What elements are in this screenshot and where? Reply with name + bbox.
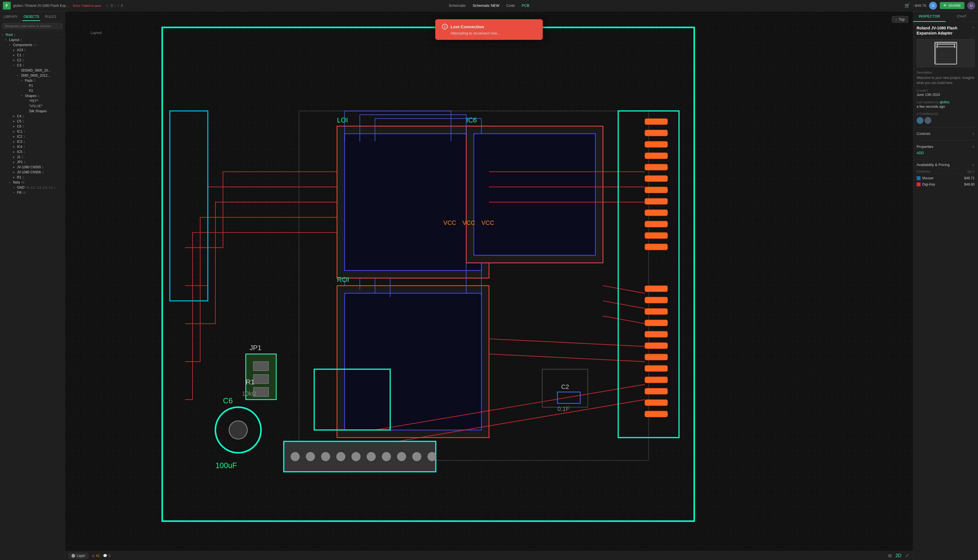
- nav-schematic[interactable]: Schematic: [446, 2, 469, 9]
- tree-ic2[interactable]: ▶ IC2 1: [0, 134, 65, 139]
- nav-pcb[interactable]: PCB: [519, 2, 532, 9]
- tree-c2[interactable]: ▶ C2 2: [0, 58, 65, 63]
- layer-circle-icon: [72, 554, 75, 557]
- tree-silk-shapes[interactable]: ▶ Silk Shapes: [0, 108, 65, 114]
- cart-icon[interactable]: 🛒: [905, 3, 910, 8]
- tree-count-shapes: 3: [38, 94, 39, 98]
- tree-label-nets: Nets: [13, 180, 20, 184]
- tree-c4[interactable]: ▶ C4 2: [0, 114, 65, 119]
- grid-view-button[interactable]: ⊞: [888, 552, 892, 559]
- tree-ic3[interactable]: ▶ IC3 1: [0, 139, 65, 144]
- layer-button[interactable]: Layer: [68, 553, 88, 559]
- pcb-thumb-inner: [935, 42, 957, 65]
- 2d-view-button[interactable]: 2D: [895, 553, 902, 559]
- tree-count-r1: 2: [22, 176, 24, 179]
- tree-count-c2: 2: [22, 58, 24, 62]
- message-badge[interactable]: 💬 0: [103, 554, 110, 558]
- tree-root[interactable]: ▾ Root 1 ···: [0, 32, 65, 37]
- tree-shapes[interactable]: ▾ Shapes 3: [0, 93, 65, 98]
- tree-fill[interactable]: ▾ Fill 18: [0, 190, 65, 195]
- nav-code[interactable]: Code: [504, 2, 518, 9]
- tree-c5[interactable]: ▶ C5 2: [0, 119, 65, 124]
- controls-header[interactable]: Controls ∨: [916, 130, 975, 137]
- tree-components[interactable]: ▾ Components 17: [0, 42, 65, 48]
- tree-r1[interactable]: ▶ R1 2: [0, 175, 65, 180]
- tab-chat[interactable]: CHAT: [946, 11, 978, 22]
- add-property-button[interactable]: ADD: [916, 150, 975, 156]
- tree-nets[interactable]: ▾ Nets 46: [0, 180, 65, 185]
- star-icon[interactable]: ☆: [105, 3, 109, 8]
- tree-layout[interactable]: ▾ Layout 2: [0, 37, 65, 42]
- controls-collapse-icon: ∨: [972, 132, 975, 136]
- tree-count-components: 17: [33, 43, 37, 47]
- collapse-button[interactable]: ∧: [972, 25, 975, 29]
- created-label: Created: [916, 89, 975, 92]
- svg-point-44: [229, 421, 247, 439]
- tree-j1[interactable]: ▶ J1 2: [0, 155, 65, 160]
- tree-label-p2: P2: [29, 89, 33, 93]
- warning-badge[interactable]: ⚠ 41: [92, 554, 100, 558]
- svg-rect-19: [645, 244, 668, 250]
- digikey-price: $48.80: [964, 182, 975, 187]
- fullscreen-button[interactable]: ⤢: [905, 552, 910, 559]
- user-menu[interactable]: U: [967, 2, 975, 10]
- tree-ic5[interactable]: ▶ IC5 1: [0, 149, 65, 155]
- properties-header[interactable]: Properties ∧: [916, 143, 975, 150]
- tab-objects[interactable]: OBJECTS: [22, 13, 40, 21]
- last-updated-when: a few seconds ago: [916, 105, 975, 108]
- distributor-row-digikey[interactable]: Digi-Key $48.80: [916, 181, 975, 188]
- mouser-icon: [916, 176, 921, 180]
- search-input[interactable]: [2, 23, 63, 29]
- top-button[interactable]: ↓ Top: [892, 16, 908, 23]
- user-avatar[interactable]: G: [929, 2, 937, 10]
- fork-icon[interactable]: ⑂: [117, 3, 119, 8]
- tree-c6[interactable]: ▶ C6 2: [0, 124, 65, 129]
- topbar-actions: ☆ 0 | ⑂ 0: [105, 3, 123, 8]
- canvas-area[interactable]: Layout: [65, 11, 913, 560]
- tree-label-fill: Fill: [17, 191, 21, 195]
- tree-ic1[interactable]: ▶ IC1 1: [0, 129, 65, 134]
- tree-a23[interactable]: ▶ A23 2: [0, 48, 65, 53]
- tree-value[interactable]: ▶ *VALUE*: [0, 103, 65, 108]
- tree-3dsmd[interactable]: ▶ 3DSMD_0805_20...: [0, 68, 65, 73]
- tree-ref[interactable]: ▶ *REF*: [0, 98, 65, 103]
- description-text: Welcome to your new project. Imagine wha…: [916, 75, 975, 85]
- tree-cn506[interactable]: ▶ JV-1080 CN506 1: [0, 170, 65, 175]
- tree-p2[interactable]: ▶ P2: [0, 88, 65, 93]
- contributor-avatar-1: [916, 117, 923, 124]
- share-button[interactable]: 👁 SHARE: [940, 2, 965, 9]
- tree-p1[interactable]: ▶ P1: [0, 83, 65, 88]
- tree-gnd[interactable]: ▾ GND C6, IC1, IC3, IC4, C4, I...: [0, 185, 65, 190]
- tab-rules[interactable]: RULES: [43, 13, 57, 21]
- availability-collapse-icon[interactable]: ∧: [972, 163, 975, 167]
- tree-count-j1: 2: [22, 155, 23, 159]
- inspector-tabs: INSPECTOR CHAT: [913, 11, 978, 22]
- tab-inspector[interactable]: INSPECTOR: [913, 11, 946, 22]
- distributor-row-mouser[interactable]: Mouser $48.71: [916, 175, 975, 181]
- svg-text:C2: C2: [561, 383, 569, 390]
- last-updated-by[interactable]: giulioz: [940, 100, 950, 104]
- tree-ic4[interactable]: ▶ IC4 1: [0, 144, 65, 149]
- tab-library[interactable]: LIBRARY: [2, 13, 19, 21]
- tree-smd0805[interactable]: ▾ SMD_0805_2012...: [0, 73, 65, 78]
- tree-arrow-ic1: ▶: [13, 130, 16, 133]
- tree-count-nets: 46: [21, 181, 25, 184]
- tree-c3[interactable]: ▾ C3 2: [0, 63, 65, 68]
- tree-jp1[interactable]: ▶ JP1 2: [0, 160, 65, 165]
- nav-schematic-new[interactable]: Schematic NEW: [470, 2, 502, 9]
- mouser-price: $48.71: [964, 176, 975, 180]
- tree-pads[interactable]: ▾ Pads 2: [0, 78, 65, 83]
- inspector-body: Roland JV-1080 Flash Expansion Adapter ∧…: [913, 22, 978, 191]
- tree-label-shapes: Shapes: [25, 94, 37, 98]
- tree-more-root[interactable]: ···: [60, 33, 63, 37]
- mouser-name: Mouser: [916, 176, 934, 180]
- svg-rect-27: [645, 365, 668, 372]
- tree-cn505[interactable]: ▶ JV-1080 CN505 1: [0, 165, 65, 170]
- svg-rect-47: [170, 111, 208, 301]
- tree-label-ref: *REF*: [29, 99, 38, 103]
- contributors-section: 1 Contributor(s): [916, 112, 975, 124]
- tree-c1[interactable]: ▶ C1 2: [0, 53, 65, 58]
- app-logo[interactable]: F: [3, 2, 11, 10]
- tree-arrow-cn505: ▶: [13, 166, 16, 168]
- contributors-label: 1 Contributor(s): [916, 112, 975, 115]
